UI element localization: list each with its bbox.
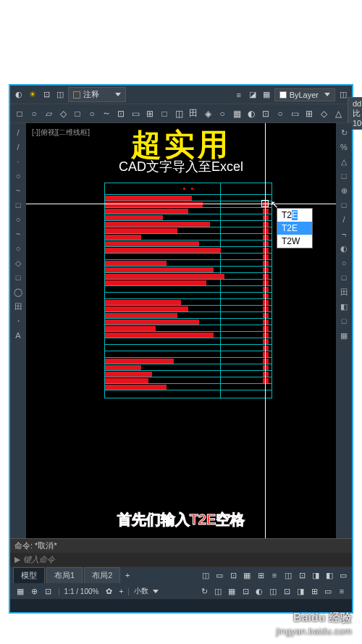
autocomplete-option[interactable]: T2W [277, 235, 312, 248]
tabbar-tool-7[interactable]: ⊡ [296, 569, 308, 581]
layer-icon[interactable]: ◫ [54, 89, 66, 101]
left-tool-7[interactable]: ~ [12, 227, 25, 241]
table-row[interactable] [105, 227, 272, 234]
table-row[interactable] [105, 241, 272, 247]
left-tool-11[interactable]: ◯ [12, 285, 25, 298]
row2-tool-2[interactable]: ▱ [42, 107, 55, 120]
row2-tool-10[interactable]: □ [158, 107, 171, 120]
table-row[interactable] [105, 280, 272, 286]
annotation-dropdown[interactable]: 注释 [68, 87, 126, 102]
gear-icon[interactable]: ✿ [103, 585, 114, 597]
row2-tool-16[interactable]: ◐ [245, 107, 258, 120]
tool-icon-3[interactable]: ▦ [261, 89, 272, 101]
status-right-tool-5[interactable]: ◫ [267, 585, 279, 597]
table-row[interactable] [105, 267, 272, 273]
right-tool-8[interactable]: ◐ [337, 242, 350, 255]
plus-icon[interactable]: + [119, 587, 123, 595]
left-tool-9[interactable]: ◇ [12, 256, 25, 269]
right-tool-11[interactable]: 田 [337, 285, 350, 298]
status-right-tool-10[interactable]: ≡ [336, 585, 348, 597]
tabbar-tool-1[interactable]: ▭ [214, 569, 225, 581]
row2-tool-12[interactable]: 田 [187, 107, 200, 120]
table-row[interactable] [105, 377, 272, 384]
right-tool-7[interactable]: ¬ [337, 227, 350, 241]
row2-tool-4[interactable]: □ [71, 107, 84, 120]
tool-icon-1[interactable]: ≡ [233, 89, 245, 101]
cad-table[interactable] [104, 183, 272, 398]
left-tool-1[interactable]: / [12, 141, 25, 154]
right-tool-4[interactable]: ⊕ [337, 184, 350, 197]
tabbar-tool-0[interactable]: ◫ [200, 569, 211, 581]
status-right-tool-4[interactable]: ◐ [253, 585, 265, 597]
tabbar-tool-3[interactable]: ▦ [241, 569, 253, 581]
status-right-tool-7[interactable]: ◨ [295, 585, 306, 597]
row2-tool-0[interactable]: □ [13, 107, 26, 120]
status-right-tool-6[interactable]: ⊡ [281, 585, 292, 597]
left-tool-6[interactable]: ○ [12, 213, 25, 226]
row2-tool-1[interactable]: ○ [28, 107, 41, 120]
row2-tool-7[interactable]: ⊡ [114, 107, 127, 120]
row2-tool-8[interactable]: ▭ [129, 107, 142, 120]
tabbar-tool-2[interactable]: ⊡ [227, 569, 239, 581]
table-row[interactable] [105, 195, 272, 201]
tabbar-tool-5[interactable]: ≡ [269, 569, 280, 581]
layer-dropdown[interactable]: ByLayer [274, 88, 335, 101]
tabbar-tool-4[interactable]: ⊞ [255, 569, 266, 581]
right-tool-13[interactable]: □ [337, 314, 350, 327]
row2-tool-21[interactable]: ◇ [317, 107, 330, 120]
table-row[interactable] [105, 358, 272, 364]
zoom-ratio[interactable]: 1:1 / 100% [64, 587, 99, 595]
row2-tool-22[interactable]: △ [332, 107, 345, 120]
autocomplete-popup[interactable]: T2E T2E T2W [277, 208, 313, 248]
row2-tool-18[interactable]: ○ [274, 107, 287, 120]
table-row[interactable] [105, 325, 272, 332]
row2-tool-13[interactable]: ◈ [201, 107, 214, 120]
right-tool-12[interactable]: ◧ [337, 300, 350, 313]
right-tool-5[interactable]: □ [337, 198, 350, 212]
status-left-tool-1[interactable]: ⊕ [28, 585, 40, 597]
tab-layout1[interactable]: 布局1 [46, 567, 83, 583]
table-row[interactable] [105, 254, 272, 260]
tab-add-icon[interactable]: + [122, 569, 133, 581]
table-row[interactable] [105, 332, 272, 338]
autocomplete-option[interactable]: T2E [277, 222, 312, 235]
table-row[interactable] [105, 364, 272, 371]
row2-tool-6[interactable]: ～ [100, 107, 113, 120]
table-row[interactable] [105, 214, 272, 221]
status-right-tool-2[interactable]: ▦ [226, 585, 237, 597]
row2-tool-5[interactable]: ○ [85, 107, 98, 120]
table-row[interactable] [105, 273, 272, 280]
tabbar-tool-6[interactable]: ◫ [282, 569, 294, 581]
table-row[interactable] [105, 247, 272, 254]
right-tool-0[interactable]: ↻ [337, 126, 350, 139]
left-tool-3[interactable]: ○ [12, 170, 25, 183]
tab-model[interactable]: 模型 [13, 567, 45, 583]
tabbar-tool-10[interactable]: ▭ [337, 569, 349, 581]
table-row[interactable] [105, 208, 272, 214]
command-input[interactable]: ▶ 键入命令 [10, 553, 352, 566]
row2-tool-19[interactable]: ▭ [288, 107, 301, 120]
row2-tool-3[interactable]: ◇ [56, 107, 70, 120]
table-row[interactable] [105, 201, 272, 208]
left-tool-14[interactable]: A [12, 329, 25, 342]
left-tool-13[interactable]: ・ [12, 314, 25, 327]
drawing-canvas[interactable]: [-][俯视][二维线框] 超实用 CAD文字导入至Excel ↖ T2E T2… [26, 123, 336, 538]
table-row[interactable] [105, 286, 272, 293]
right-tool-1[interactable]: % [337, 141, 350, 154]
left-tool-2[interactable]: · [12, 155, 25, 168]
row2-tool-9[interactable]: ⊞ [143, 107, 156, 120]
table-row[interactable] [105, 221, 272, 227]
status-right-tool-8[interactable]: ⊞ [308, 585, 320, 597]
lock-icon[interactable]: ⊡ [41, 89, 52, 101]
left-tool-4[interactable]: ~ [12, 184, 25, 197]
row2-tool-17[interactable]: ⊡ [259, 107, 272, 120]
status-right-tool-3[interactable]: ⊡ [240, 585, 251, 597]
right-tool-2[interactable]: △ [337, 155, 350, 168]
tabbar-tool-8[interactable]: ◨ [310, 569, 321, 581]
right-tool-9[interactable]: ○ [337, 256, 350, 269]
table-row[interactable] [105, 234, 272, 241]
tab-layout2[interactable]: 布局2 [84, 567, 120, 583]
table-row[interactable] [105, 384, 272, 390]
left-tool-0[interactable]: / [12, 126, 25, 139]
table-row[interactable] [105, 351, 272, 358]
